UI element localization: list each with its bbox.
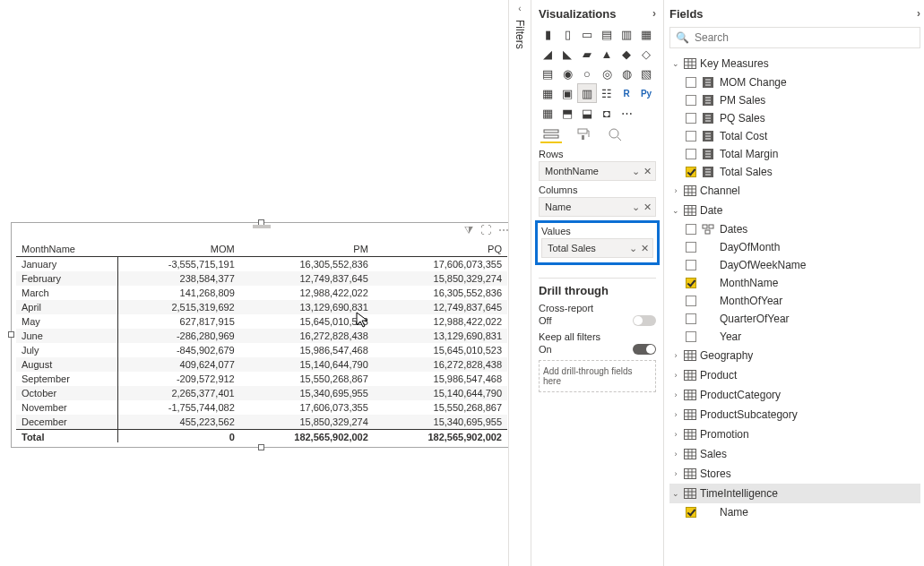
fields-table-key-measures[interactable]: ⌄Key Measures [669, 54, 920, 73]
fields-search[interactable]: 🔍 [669, 27, 920, 48]
fields-table-productsubcategory[interactable]: ›ProductSubcategory [669, 405, 920, 424]
matrix-visual[interactable]: ⧩ ⛶ ⋯ MonthName MOM PM PQ January-3,555,… [11, 222, 513, 448]
field-mom-change[interactable]: MOM Change [669, 73, 920, 91]
viz-type-icon[interactable]: ▤ [539, 64, 557, 82]
fields-search-input[interactable] [693, 30, 914, 45]
chevron-right-icon[interactable]: › [671, 450, 680, 459]
remove-field-icon[interactable]: ✕ [641, 243, 649, 254]
matrix-row[interactable]: June-286,280,96916,272,828,43813,129,690… [16, 329, 507, 343]
build-tab[interactable] [540, 127, 562, 143]
drill-through-drop-area[interactable]: Add drill-through fields here [539, 360, 656, 392]
field-total-sales[interactable]: Total Sales [669, 163, 920, 181]
matrix-row[interactable]: August409,624,07715,140,644,79016,272,82… [16, 357, 507, 372]
viz-type-icon[interactable]: ⋯ [617, 104, 635, 122]
cross-report-toggle[interactable] [633, 315, 656, 326]
field-checkbox[interactable] [686, 260, 696, 270]
matrix-row[interactable]: May627,817,91515,645,010,52312,988,422,0… [16, 314, 507, 329]
viz-type-icon[interactable]: ◘ [598, 104, 616, 122]
matrix-row[interactable]: December455,223,56215,850,329,27415,340,… [16, 415, 507, 430]
field-dates[interactable]: Dates [669, 220, 920, 238]
analytics-tab[interactable] [605, 127, 626, 143]
chevron-right-icon[interactable]: › [671, 410, 680, 419]
visual-drag-grip[interactable] [253, 225, 271, 228]
fields-table-productcategory[interactable]: ›ProductCategory [669, 385, 920, 405]
collapse-viz-pane-icon[interactable]: › [652, 7, 656, 20]
format-tab[interactable] [573, 127, 594, 143]
chevron-down-icon[interactable]: ⌄ [671, 206, 680, 215]
resize-handle-left[interactable] [8, 331, 14, 338]
filter-icon[interactable]: ⧩ [464, 224, 473, 236]
viz-type-icon[interactable]: ▦ [539, 104, 557, 122]
field-year[interactable]: Year [669, 328, 920, 346]
viz-type-icon[interactable]: ◍ [617, 64, 635, 82]
fields-table-product[interactable]: ›Product [669, 365, 920, 385]
field-checkbox[interactable] [686, 507, 696, 518]
row-header[interactable]: June [16, 329, 117, 343]
chevron-down-icon[interactable]: ⌄ [671, 59, 680, 68]
remove-field-icon[interactable]: ✕ [643, 202, 652, 213]
fields-table-timeintelligence[interactable]: ⌄TimeIntelligence [669, 484, 920, 503]
chevron-down-icon[interactable]: ⌄ [671, 489, 680, 498]
row-header[interactable]: October [16, 386, 117, 400]
row-header[interactable]: August [16, 357, 117, 372]
fields-table-date[interactable]: ⌄Date [669, 201, 920, 220]
viz-type-icon[interactable]: ⬒ [558, 104, 576, 122]
viz-type-icon[interactable]: ○ [578, 64, 596, 82]
row-header[interactable]: December [16, 415, 117, 430]
field-pq-sales[interactable]: PQ Sales [669, 109, 920, 127]
field-name[interactable]: Name [669, 503, 920, 521]
field-checkbox[interactable] [686, 77, 696, 88]
field-checkbox[interactable] [686, 242, 696, 253]
fields-table-channel[interactable]: ›Channel [669, 181, 920, 201]
viz-type-icon[interactable]: ▣ [558, 84, 576, 102]
row-header[interactable]: April [16, 300, 117, 314]
matrix-row[interactable]: March141,268,80912,988,422,02216,305,552… [16, 286, 507, 300]
expand-filters-icon[interactable]: ‹ [518, 4, 521, 13]
viz-type-icon[interactable]: ▥ [617, 25, 635, 43]
col-header-mom[interactable]: MOM [117, 242, 239, 257]
matrix-row[interactable]: September-209,572,91215,550,268,86715,98… [16, 372, 507, 386]
row-header[interactable]: January [16, 257, 117, 272]
col-header-monthname[interactable]: MonthName [16, 242, 117, 257]
col-header-pm[interactable]: PM [240, 242, 374, 257]
viz-type-icon[interactable]: ◢ [539, 45, 557, 63]
matrix-row[interactable]: October2,265,377,40115,340,695,95515,140… [16, 386, 507, 400]
remove-field-icon[interactable]: ✕ [643, 166, 652, 177]
viz-type-icon[interactable]: R [617, 84, 635, 102]
matrix-row[interactable]: February238,584,37712,749,837,64515,850,… [16, 271, 507, 286]
field-checkbox[interactable] [686, 224, 696, 235]
field-checkbox[interactable] [686, 331, 696, 342]
field-monthname[interactable]: MonthName [669, 274, 920, 292]
row-header[interactable]: November [16, 400, 117, 415]
chevron-right-icon[interactable]: › [671, 351, 680, 360]
field-checkbox[interactable] [686, 95, 696, 106]
field-checkbox[interactable] [686, 296, 696, 306]
field-checkbox[interactable] [686, 167, 696, 177]
field-total-cost[interactable]: Total Cost [669, 127, 920, 145]
chevron-down-icon[interactable]: ⌄ [632, 202, 640, 213]
viz-type-icon[interactable]: ▰ [578, 45, 596, 63]
collapse-fields-pane-icon[interactable]: › [917, 7, 920, 20]
matrix-row[interactable]: July-845,902,67915,986,547,46815,645,010… [16, 343, 507, 357]
chevron-right-icon[interactable]: › [671, 469, 680, 478]
fields-table-sales[interactable]: ›Sales [669, 444, 920, 464]
field-checkbox[interactable] [686, 313, 696, 324]
chevron-down-icon[interactable]: ⌄ [629, 243, 637, 254]
chevron-right-icon[interactable]: › [671, 186, 680, 195]
chevron-right-icon[interactable]: › [671, 390, 680, 399]
field-checkbox[interactable] [686, 149, 696, 159]
viz-type-icon[interactable]: Py [637, 84, 655, 102]
viz-type-icon[interactable]: ▲ [598, 45, 616, 63]
viz-type-icon[interactable]: ▭ [578, 25, 596, 43]
row-header[interactable]: July [16, 343, 117, 357]
field-dayofmonth[interactable]: DayOfMonth [669, 238, 920, 256]
chevron-right-icon[interactable]: › [671, 371, 680, 380]
field-checkbox[interactable] [686, 278, 696, 288]
report-canvas[interactable]: ⧩ ⛶ ⋯ MonthName MOM PM PQ January-3,555,… [0, 0, 508, 566]
viz-type-icon[interactable]: ▧ [637, 64, 655, 82]
values-well[interactable]: Total Sales ⌄ ✕ [541, 238, 653, 258]
chevron-right-icon[interactable]: › [671, 430, 680, 439]
focus-mode-icon[interactable]: ⛶ [480, 224, 491, 236]
viz-type-icon[interactable]: ▮ [539, 25, 557, 43]
matrix-row[interactable]: November-1,755,744,08217,606,073,35515,5… [16, 400, 507, 415]
